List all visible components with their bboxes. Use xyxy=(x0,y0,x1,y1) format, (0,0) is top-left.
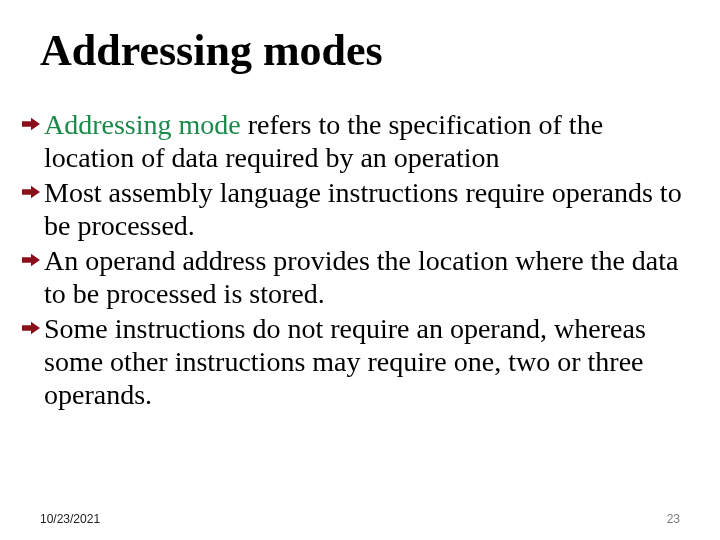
bullet-text: Some instructions do not require an oper… xyxy=(44,312,692,411)
bullet-text: An operand address provides the location… xyxy=(44,244,692,310)
arrow-icon xyxy=(16,117,40,131)
arrow-icon xyxy=(16,253,40,267)
bullet-item: Most assembly language instructions requ… xyxy=(16,176,692,242)
bullet-item: An operand address provides the location… xyxy=(16,244,692,310)
bullet-rest: Some instructions do not require an oper… xyxy=(44,313,646,410)
bullet-rest: An operand address provides the location… xyxy=(44,245,678,309)
slide-title: Addressing modes xyxy=(40,28,680,74)
bullet-keyword: Addressing mode xyxy=(44,109,241,140)
footer-page-number: 23 xyxy=(667,512,680,526)
bullet-rest: Most assembly language instructions requ… xyxy=(44,177,682,241)
footer-date: 10/23/2021 xyxy=(40,512,100,526)
bullet-text: Addressing mode refers to the specificat… xyxy=(44,108,692,174)
slide: Addressing modes Addressing mode refers … xyxy=(0,0,720,540)
bullet-item: Addressing mode refers to the specificat… xyxy=(16,108,692,174)
bullet-text: Most assembly language instructions requ… xyxy=(44,176,692,242)
slide-body: Addressing mode refers to the specificat… xyxy=(16,108,692,413)
arrow-icon xyxy=(16,321,40,335)
arrow-icon xyxy=(16,185,40,199)
bullet-item: Some instructions do not require an oper… xyxy=(16,312,692,411)
